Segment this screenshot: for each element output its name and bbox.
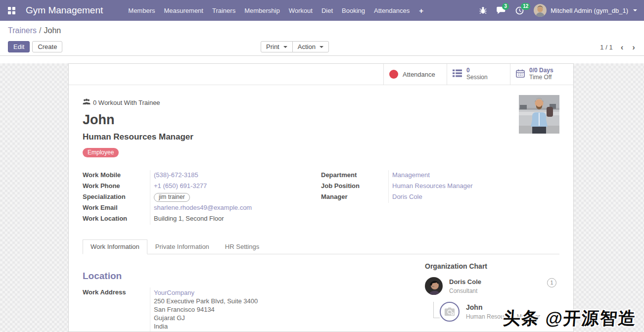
org-employee-name[interactable]: John <box>466 303 540 311</box>
employee-job-title: Human Resources Manager <box>83 132 559 142</box>
users-group-icon <box>83 98 91 106</box>
tab-hr-settings[interactable]: HR Settings <box>217 239 267 254</box>
address-city: San Francisco 94134 <box>154 305 322 314</box>
plus-icon[interactable]: + <box>414 4 428 17</box>
employee-name: John <box>83 112 559 128</box>
user-avatar <box>534 4 547 17</box>
work-information-panel: Location Work Address YourCompany 250 Ex… <box>83 254 559 332</box>
org-employee-role: Human Resources Manager <box>466 313 540 320</box>
work-address-label: Work Address <box>83 287 150 332</box>
menu-booking[interactable]: Booking <box>337 4 369 17</box>
work-mobile-link[interactable]: (538)-672-3185 <box>154 171 198 179</box>
address-street: 250 Executive Park Blvd, Suite 3400 <box>154 297 322 305</box>
pager: 1 / 1 ‹ › <box>600 43 636 51</box>
manager-avatar[interactable] <box>425 277 443 295</box>
attendance-status-icon <box>389 70 398 79</box>
notebook-tabs: Work Information Private Information HR … <box>83 239 559 254</box>
apps-grid-icon[interactable] <box>4 3 19 18</box>
menu-attendances[interactable]: Attendances <box>369 4 414 17</box>
right-field-group: Department Management Job Position Human… <box>321 170 559 225</box>
content-area: Attendance 0 Session 0/0 Days Time Off <box>0 63 644 332</box>
messages-icon[interactable]: 3 <box>497 6 506 14</box>
user-menu[interactable]: Mitchell Admin (gym_db_1) <box>534 4 637 17</box>
tab-private-information[interactable]: Private Information <box>147 239 217 254</box>
control-panel: Trainers/John Edit Create Print Action 1… <box>0 21 644 56</box>
attendance-stat-button[interactable]: Attendance <box>383 64 447 85</box>
form-sheet: 0 Workout With Trainee John Human Resour… <box>69 85 573 332</box>
menu-measurement[interactable]: Measurement <box>159 4 207 17</box>
chevron-down-icon <box>320 46 323 48</box>
debug-bug-icon[interactable] <box>479 6 487 14</box>
workout-with-trainee-button[interactable]: 0 Workout With Trainee <box>83 98 160 106</box>
navbar-right: 3 12 Mitchell Admin (gym_db_1) <box>479 4 637 17</box>
job-position-row: Job Position Human Resources Manager <box>321 181 559 192</box>
org-chart-title: Organization Chart <box>425 262 559 270</box>
address-country: India <box>154 322 322 331</box>
manager-row: Manager Doris Cole <box>321 192 559 203</box>
work-email-row: Work Email sharlene.rhodes49@example.com <box>83 203 321 214</box>
department-row: Department Management <box>321 170 559 181</box>
breadcrumb-trainers-link[interactable]: Trainers <box>8 26 37 35</box>
org-connector-line <box>433 302 440 318</box>
record-buttons: Edit Create <box>8 41 62 52</box>
org-manager-name[interactable]: Doris Cole <box>449 278 481 285</box>
specialization-row: Specialization jim trainer <box>83 192 321 203</box>
work-mobile-row: Work Mobile (538)-672-3185 <box>83 170 321 181</box>
top-navbar: Gym Management Members Measurement Train… <box>0 0 644 21</box>
activities-badge: 12 <box>521 3 530 10</box>
messages-badge: 3 <box>502 3 509 10</box>
organization-chart: Organization Chart Doris Cole Consultant… <box>425 262 559 322</box>
print-dropdown[interactable]: Print <box>261 41 293 52</box>
action-buttons: Print Action <box>261 41 329 52</box>
employee-placeholder-avatar[interactable] <box>440 302 460 322</box>
pager-next-button[interactable]: › <box>631 43 636 51</box>
app-title[interactable]: Gym Management <box>26 5 103 16</box>
employee-form-card: Attendance 0 Session 0/0 Days Time Off <box>68 63 574 332</box>
org-manager-badge[interactable]: 1 <box>547 278 556 287</box>
work-location-value: Building 1, Second Floor <box>150 214 321 225</box>
edit-button[interactable]: Edit <box>8 41 30 52</box>
department-link[interactable]: Management <box>392 171 430 179</box>
chevron-down-icon <box>283 46 287 48</box>
session-stat-button[interactable]: 0 Session <box>447 64 510 85</box>
work-address-group: Work Address YourCompany 250 Executive P… <box>83 287 322 332</box>
work-address-value: YourCompany 250 Executive Park Blvd, Sui… <box>150 287 322 332</box>
breadcrumb-separator: / <box>39 26 41 35</box>
pager-value: 1 / 1 <box>600 44 612 51</box>
work-location-row: Work Location Building 1, Second Floor <box>83 214 321 225</box>
company-link[interactable]: YourCompany <box>154 289 194 296</box>
menu-membership[interactable]: Membership <box>240 4 284 17</box>
employee-category-tag: Employee <box>83 148 119 157</box>
menu-trainers[interactable]: Trainers <box>208 4 240 17</box>
left-field-group: Work Mobile (538)-672-3185 Work Phone +1… <box>83 170 321 225</box>
pager-previous-button[interactable]: ‹ <box>620 43 625 51</box>
address-state: Gujarat GJ <box>154 314 322 322</box>
activities-clock-icon[interactable]: 12 <box>515 6 524 15</box>
org-manager-role: Consultant <box>449 287 481 294</box>
specialization-tag: jim trainer <box>154 193 190 202</box>
employee-photo <box>519 95 559 134</box>
field-groups: Work Mobile (538)-672-3185 Work Phone +1… <box>83 170 559 225</box>
stat-button-row: Attendance 0 Session 0/0 Days Time Off <box>69 64 573 85</box>
tab-work-information[interactable]: Work Information <box>83 239 147 254</box>
work-phone-row: Work Phone +1 (650) 691-3277 <box>83 181 321 192</box>
menu-workout[interactable]: Workout <box>284 4 317 17</box>
action-dropdown[interactable]: Action <box>292 41 329 52</box>
list-icon <box>453 69 462 79</box>
time-off-stat-button[interactable]: 0/0 Days Time Off <box>510 64 573 85</box>
job-position-link[interactable]: Human Resources Manager <box>392 182 473 190</box>
menu-members[interactable]: Members <box>124 4 159 17</box>
org-entry-employee: John Human Resources Manager <box>440 302 559 322</box>
create-button[interactable]: Create <box>32 41 62 52</box>
breadcrumb: Trainers/John <box>8 26 61 35</box>
breadcrumb-current: John <box>44 26 61 35</box>
org-entry-manager: Doris Cole Consultant 1 <box>425 277 559 295</box>
calendar-icon <box>516 69 525 80</box>
work-email-link[interactable]: sharlene.rhodes49@example.com <box>154 204 252 211</box>
user-name: Mitchell Admin (gym_db_1) <box>551 7 628 14</box>
main-menu: Members Measurement Trainers Membership … <box>124 4 428 17</box>
work-phone-link[interactable]: +1 (650) 691-3277 <box>154 182 207 190</box>
chevron-down-icon <box>633 9 637 11</box>
manager-link[interactable]: Doris Cole <box>392 193 422 200</box>
menu-diet[interactable]: Diet <box>317 4 337 17</box>
